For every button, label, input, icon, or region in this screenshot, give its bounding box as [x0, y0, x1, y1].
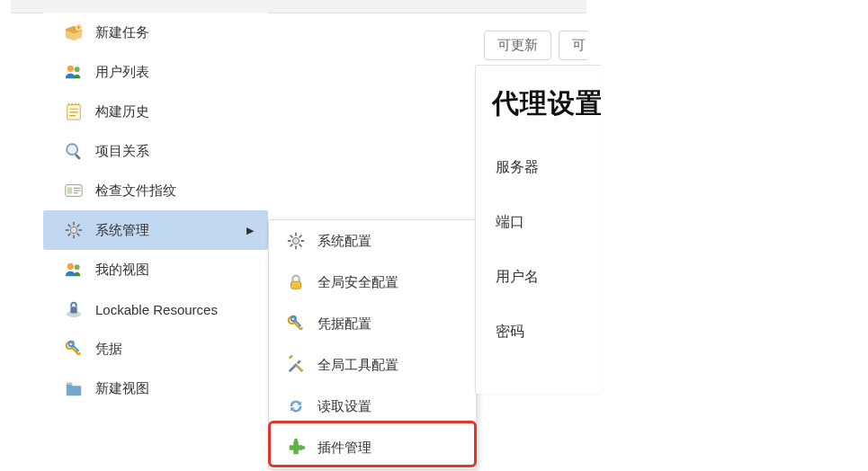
sidebar-item-build-history[interactable]: 构建历史: [43, 92, 268, 131]
manage-submenu: 系统配置 全局安全配置 凭据配置 全局工具配置 读取设置 插件管理: [268, 219, 477, 469]
submenu-item-label: 全局安全配置: [318, 274, 398, 291]
tab-updatable[interactable]: 可更新: [484, 31, 551, 60]
sidebar-item-label: 系统管理: [95, 222, 149, 239]
keys-icon: [63, 338, 85, 360]
svg-point-21: [301, 446, 305, 449]
sidebar-item-credentials[interactable]: 凭据: [43, 329, 268, 369]
svg-point-4: [67, 144, 77, 155]
submenu-item-label: 插件管理: [318, 440, 371, 457]
submenu-item-global-security[interactable]: 全局安全配置: [269, 262, 476, 303]
sidebar-item-users[interactable]: 用户列表: [43, 52, 268, 92]
sidebar-item-label: 用户列表: [95, 64, 149, 81]
submenu-item-label: 读取设置: [318, 398, 371, 415]
svg-rect-12: [70, 307, 76, 313]
plugin-tabs: 可更新 可: [484, 31, 589, 60]
sidebar-item-label: 新建视图: [95, 380, 149, 397]
sidebar-item-manage-jenkins[interactable]: 系统管理 ▶: [43, 210, 268, 250]
svg-rect-16: [291, 281, 301, 289]
sidebar-item-label: 构建历史: [95, 103, 149, 120]
submenu-arrow-icon: ▶: [246, 225, 254, 236]
users-icon: [63, 61, 85, 83]
padlock-icon: [285, 271, 307, 293]
svg-rect-5: [75, 154, 81, 160]
svg-point-2: [75, 67, 80, 72]
panel-title: 代理设置: [492, 85, 601, 122]
box-icon: [63, 22, 85, 43]
gear-icon: [63, 219, 85, 241]
refresh-icon: [285, 395, 307, 417]
submenu-item-credentials-config[interactable]: 凭据配置: [269, 303, 476, 344]
field-label-server: 服务器: [496, 158, 601, 177]
svg-point-9: [67, 263, 74, 270]
notepad-icon: [63, 101, 85, 122]
gear-icon: [285, 230, 307, 252]
tools-icon: [285, 354, 307, 376]
tab-next-partial[interactable]: 可: [559, 31, 589, 60]
sidebar-menu: 新建任务 用户列表 构建历史 项目关系 检查文件指纹 系统管理 ▶: [43, 13, 268, 408]
svg-point-15: [292, 237, 299, 244]
keys-icon: [285, 313, 307, 334]
page-topbar: [11, 0, 586, 13]
folder-plus-icon: [63, 378, 85, 399]
sidebar-item-label: 项目关系: [95, 143, 149, 160]
sidebar-item-my-views[interactable]: 我的视图: [43, 250, 268, 289]
sidebar-item-label: 检查文件指纹: [95, 182, 176, 200]
magnifier-icon: [63, 140, 85, 162]
submenu-item-label: 全局工具配置: [318, 357, 398, 374]
svg-rect-19: [289, 355, 293, 360]
sidebar-item-fingerprint[interactable]: 检查文件指纹: [43, 171, 268, 210]
submenu-item-reload-config[interactable]: 读取设置: [269, 386, 476, 427]
sidebar-item-label: 凭据: [95, 341, 122, 358]
svg-point-10: [75, 264, 80, 270]
sidebar-item-label: 我的视图: [95, 262, 149, 279]
proxy-settings-panel: 代理设置 服务器 端口 用户名 密码: [475, 65, 601, 394]
submenu-item-label: 凭据配置: [318, 315, 371, 333]
sidebar-item-lockable-resources[interactable]: Lockable Resources: [43, 289, 268, 329]
lock-icon: [63, 298, 85, 320]
field-label-port: 端口: [496, 213, 601, 232]
submenu-item-global-tools[interactable]: 全局工具配置: [269, 344, 476, 386]
svg-point-8: [70, 227, 76, 233]
submenu-item-system-config[interactable]: 系统配置: [269, 220, 476, 262]
sidebar-item-new-job[interactable]: 新建任务: [43, 13, 268, 52]
field-label-user: 用户名: [496, 268, 601, 287]
submenu-item-plugin-manager[interactable]: 插件管理: [269, 427, 476, 468]
sidebar-item-label: 新建任务: [95, 24, 149, 41]
sidebar-item-label: Lockable Resources: [95, 302, 218, 317]
sidebar-item-new-view[interactable]: 新建视图: [43, 369, 268, 408]
sidebar-item-project-relations[interactable]: 项目关系: [43, 131, 268, 171]
users-icon: [63, 259, 85, 280]
field-label-password: 密码: [496, 323, 601, 342]
svg-rect-7: [67, 187, 73, 193]
submenu-item-label: 系统配置: [318, 233, 371, 250]
id-card-icon: [63, 180, 85, 201]
svg-point-20: [294, 439, 298, 442]
plugin-icon: [285, 437, 307, 458]
svg-point-1: [67, 66, 74, 72]
